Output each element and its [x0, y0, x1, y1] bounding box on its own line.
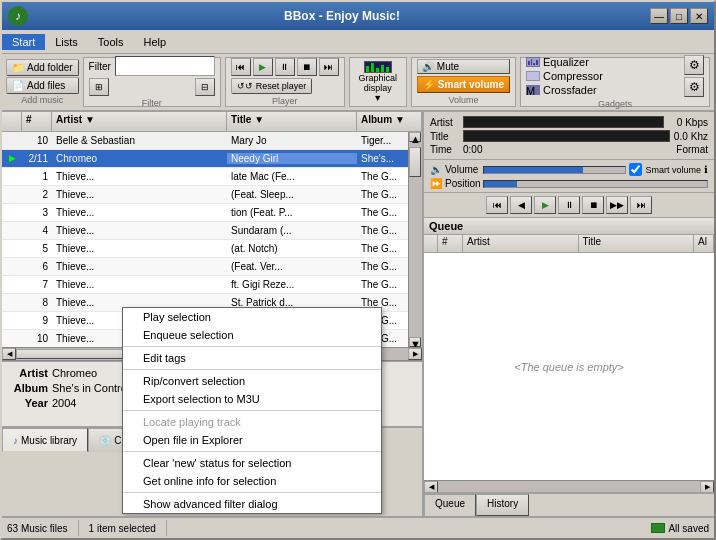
smart-volume-button[interactable]: ⚡ Smart volume — [417, 76, 510, 93]
col-header-album[interactable]: Album ▼ — [357, 112, 422, 131]
scroll-thumb[interactable] — [409, 147, 421, 177]
col-header-title[interactable]: Title ▼ — [227, 112, 357, 131]
filter-controls: ⊞ ⊟ — [89, 78, 215, 96]
volume-group-label: Volume — [417, 95, 510, 105]
tab-queue[interactable]: Queue — [424, 494, 476, 516]
tab-history[interactable]: History — [476, 494, 529, 516]
close-button[interactable]: ✕ — [690, 8, 708, 24]
scroll-down-arrow[interactable]: ▼ — [409, 337, 421, 347]
graphical-display-button[interactable]: Graphicaldisplay ▼ — [349, 57, 407, 107]
right-panel: Artist 0 Kbps Title 0.0 Khz Time 0:00 Fo… — [424, 112, 714, 516]
table-row[interactable]: 6Thieve...(Feat. Ver...The G... — [2, 258, 422, 276]
settings-btn-2[interactable]: ⚙ — [684, 77, 704, 97]
prev-button[interactable]: ⏮ — [231, 58, 251, 76]
album-label: Album — [10, 382, 48, 394]
np-artist-row: Artist 0 Kbps — [430, 116, 708, 128]
pause-button[interactable]: ⏸ — [275, 58, 295, 76]
smart-vol-icon: ⚡ — [423, 79, 435, 90]
settings-buttons: ⚙ ⚙ — [684, 55, 704, 97]
status-selected: 1 item selected — [89, 523, 156, 534]
table-row[interactable]: 3Thieve...tion (Feat. P...The G... — [2, 204, 422, 222]
menu-lists[interactable]: Lists — [45, 34, 88, 50]
context-menu: Play selection Enqueue selection Edit ta… — [122, 307, 382, 514]
scroll-up-arrow[interactable]: ▲ — [409, 132, 421, 142]
volume-down-icon[interactable]: 🔉 — [430, 164, 442, 175]
reset-icon: ↺↺ — [237, 81, 253, 91]
artist-label: Artist — [10, 367, 48, 379]
table-row[interactable]: 5Thieve...(at. Notch)The G... — [2, 240, 422, 258]
settings-btn-1[interactable]: ⚙ — [684, 55, 704, 75]
transport-rew[interactable]: ◀ — [510, 196, 532, 214]
compressor-item[interactable]: Compressor — [526, 70, 603, 82]
ctx-get-online-info[interactable]: Get online info for selection — [123, 472, 381, 490]
row-artist: Belle & Sebastian — [52, 135, 227, 146]
table-row[interactable]: 10 Belle & Sebastian Mary Jo Tiger... — [2, 132, 422, 150]
add-files-button[interactable]: 📄 Add files — [6, 77, 79, 94]
table-row[interactable]: 7Thieve...ft. Gigi Reze...The G... — [2, 276, 422, 294]
reset-player-button[interactable]: ↺↺ Reset player — [231, 78, 313, 94]
ctx-open-explorer[interactable]: Open file in Explorer — [123, 431, 381, 449]
right-bottom-tabs: Queue History — [424, 492, 714, 516]
add-folder-button[interactable]: 📁 Add folder — [6, 59, 79, 76]
transport-next[interactable]: ⏭ — [630, 196, 652, 214]
position-slider[interactable] — [483, 180, 708, 188]
menu-start[interactable]: Start — [2, 34, 45, 50]
menu-tools[interactable]: Tools — [88, 34, 134, 50]
ctx-enqueue-selection[interactable]: Enqueue selection — [123, 326, 381, 344]
crossfader-item[interactable]: M Crossfader — [526, 84, 603, 96]
player-controls-group: ⏮ ▶ ⏸ ⏹ ⏭ ↺↺ Reset player Player — [225, 57, 345, 107]
filter-group: Filter ⊞ ⊟ Filter — [83, 57, 221, 107]
play-button[interactable]: ▶ — [253, 58, 273, 76]
add-music-label: Add music — [6, 95, 79, 105]
smart-volume-label: Smart volume — [438, 79, 504, 90]
table-row[interactable]: ▶ 2/11 Chromeo Needy Girl She's... — [2, 150, 422, 168]
scroll-left-arrow[interactable]: ◀ — [2, 348, 16, 360]
gadgets-label: Gadgets — [526, 99, 704, 109]
folder-icon: 📁 — [12, 62, 24, 73]
transport-fwd[interactable]: ▶▶ — [606, 196, 628, 214]
position-icon[interactable]: ⏩ — [430, 178, 442, 189]
ctx-edit-tags[interactable]: Edit tags — [123, 349, 381, 367]
filter-btn-2[interactable]: ⊟ — [195, 78, 215, 96]
queue-scrollbar[interactable]: ◀ ▶ — [424, 480, 714, 492]
table-row[interactable]: 4Thieve...Sundaram (...The G... — [2, 222, 422, 240]
window-controls: — □ ✕ — [650, 8, 708, 24]
minimize-button[interactable]: — — [650, 8, 668, 24]
tab-music-library[interactable]: ♪ Music library — [2, 428, 88, 452]
scroll-right-arrow[interactable]: ▶ — [408, 348, 422, 360]
transport-stop[interactable]: ⏹ — [582, 196, 604, 214]
filter-btn-1[interactable]: ⊞ — [89, 78, 109, 96]
col-header-artist[interactable]: Artist ▼ — [52, 112, 227, 131]
ctx-advanced-filter[interactable]: Show advanced filter dialog — [123, 495, 381, 513]
gadgets-group: Equalizer Compressor M Crossfader ⚙ ⚙ — [520, 57, 710, 107]
filter-group-label: Filter — [89, 98, 215, 108]
transport-pause[interactable]: ⏸ — [558, 196, 580, 214]
filter-input[interactable] — [115, 56, 215, 76]
toolbar: 📁 Add folder 📄 Add files Add music Filte… — [2, 54, 714, 112]
ctx-rip-convert[interactable]: Rip/convert selection — [123, 372, 381, 390]
smart-volume-checkbox[interactable] — [629, 163, 642, 176]
reset-row: ↺↺ Reset player — [231, 78, 339, 94]
table-row[interactable]: 1Thieve...late Mac (Fe...The G... — [2, 168, 422, 186]
ctx-export-m3u[interactable]: Export selection to M3U — [123, 390, 381, 408]
reset-label: Reset player — [256, 81, 307, 91]
table-row[interactable]: 2Thieve...(Feat. Sleep...The G... — [2, 186, 422, 204]
music-library-icon: ♪ — [13, 435, 18, 446]
filter-row: Filter — [89, 56, 215, 76]
menu-help[interactable]: Help — [134, 34, 177, 50]
maximize-button[interactable]: □ — [670, 8, 688, 24]
volume-slider[interactable] — [483, 166, 626, 174]
equalizer-icon — [526, 57, 540, 67]
vertical-scrollbar[interactable]: ▲ ▼ — [408, 132, 422, 347]
status-saved-text: All saved — [668, 523, 709, 534]
transport-prev[interactable]: ⏮ — [486, 196, 508, 214]
ctx-clear-new-status[interactable]: Clear 'new' status for selection — [123, 454, 381, 472]
stop-button[interactable]: ⏹ — [297, 58, 317, 76]
next-button[interactable]: ⏭ — [319, 58, 339, 76]
ctx-play-selection[interactable]: Play selection — [123, 308, 381, 326]
mute-button[interactable]: 🔊 Mute — [417, 59, 510, 74]
app-window: ♪ BBox - Enjoy Music! — □ ✕ Start Lists … — [0, 0, 716, 540]
saved-icon — [651, 523, 665, 533]
transport-play[interactable]: ▶ — [534, 196, 556, 214]
equalizer-item[interactable]: Equalizer — [526, 56, 603, 68]
